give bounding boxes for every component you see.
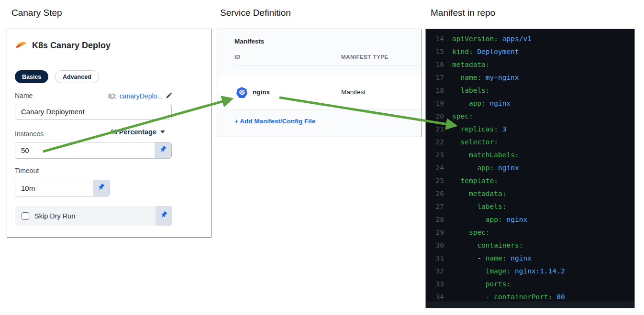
manifest-in-repo-heading: Manifest in repo — [431, 8, 495, 18]
code-line: 15kind: Deployment — [426, 45, 634, 58]
name-input[interactable] — [15, 104, 172, 119]
pencil-icon[interactable] — [166, 92, 173, 100]
add-manifest-link[interactable]: + Add Manifest/Config File — [234, 118, 315, 125]
code-line: 18 labels: — [426, 84, 634, 97]
manifest-id: nginx — [253, 88, 270, 96]
skip-dry-run-pin-button[interactable] — [155, 206, 172, 226]
code-line: 26 metadata: — [426, 187, 634, 200]
step-title: K8s Canary Deploy — [32, 41, 111, 51]
manifest-type: Manifest — [341, 88, 366, 96]
code-lines: 14apiVersion: apps/v115kind: Deployment1… — [426, 33, 634, 304]
timeout-pin-button[interactable] — [93, 180, 109, 196]
service-definition-heading: Service Definition — [220, 8, 291, 18]
chevron-down-icon — [160, 130, 165, 133]
timeout-input[interactable] — [15, 180, 93, 196]
step-id-link[interactable]: canaryDeplo... — [120, 92, 163, 100]
kubernetes-icon: ☸ — [236, 87, 247, 98]
id-prefix: ID: — [108, 92, 117, 100]
code-line: 33 ports: — [426, 278, 634, 291]
timeout-input-group — [15, 180, 110, 196]
code-line: 29 spec: — [426, 226, 634, 239]
skip-dry-run-checkbox[interactable] — [22, 212, 29, 220]
tab-advanced[interactable]: Advanced — [55, 70, 99, 83]
code-line: 16metadata: — [426, 58, 634, 71]
tab-basics[interactable]: Basics — [15, 70, 48, 83]
code-line: 25 template: — [426, 174, 634, 187]
code-line: 27 labels: — [426, 200, 634, 213]
canary-step-panel: K8s Canary Deploy Basics Advanced Name I… — [7, 29, 211, 238]
code-line: 14apiVersion: apps/v1 — [426, 33, 634, 45]
manifest-code-panel: 14apiVersion: apps/v115kind: Deployment1… — [425, 29, 635, 308]
manifests-title: Manifests — [234, 38, 264, 45]
column-header-manifest-type: MANIFEST TYPE — [341, 54, 389, 60]
code-line: 19 app: nginx — [426, 97, 634, 110]
instances-label: Instances — [15, 130, 44, 138]
divider — [234, 65, 421, 65]
skip-dry-run-label: Skip Dry Run — [34, 212, 75, 220]
code-line: 32 image: nginx:1.14.2 — [426, 265, 634, 278]
code-line: 20spec: — [426, 110, 634, 123]
canary-step-heading: Canary Step — [11, 8, 62, 18]
pushpin-icon — [97, 183, 105, 193]
code-line: 17 name: my-nginx — [426, 71, 634, 84]
canary-bird-icon — [15, 40, 27, 51]
name-label: Name — [15, 92, 33, 99]
timeout-label: Timeout — [15, 167, 39, 174]
service-definition-panel: Manifests ID MANIFEST TYPE ☸ nginx Manif… — [218, 29, 422, 137]
column-header-id: ID — [234, 54, 241, 60]
instances-unit-select[interactable]: % Percentage — [111, 128, 165, 136]
pushpin-icon — [160, 211, 168, 221]
unit-select-value: % Percentage — [111, 128, 156, 136]
horizontal-scrollbar[interactable] — [426, 302, 634, 308]
skip-dry-run-row: Skip Dry Run — [15, 206, 172, 226]
pushpin-icon — [159, 145, 167, 155]
code-line: 23 matchLabels: — [426, 149, 634, 162]
code-line: 30 containers: — [426, 239, 634, 252]
instances-pin-button[interactable] — [155, 142, 171, 158]
divider — [15, 60, 203, 60]
manifest-table-row[interactable]: ☸ nginx Manifest — [218, 76, 421, 109]
code-line: 24 app: nginx — [426, 162, 634, 174]
code-line: 28 app: nginx — [426, 213, 634, 226]
instances-input[interactable] — [15, 142, 155, 158]
code-line: 22 selector: — [426, 136, 634, 149]
code-line: 21 replicas: 3 — [426, 123, 634, 136]
instances-input-group — [15, 142, 172, 159]
code-line: 31 - name: nginx — [426, 252, 634, 265]
